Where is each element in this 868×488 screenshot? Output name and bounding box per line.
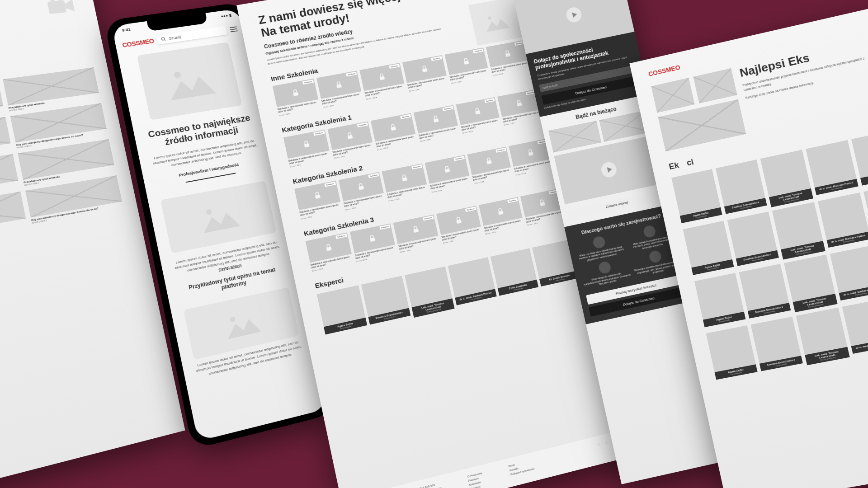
lock-icon: [431, 114, 440, 123]
expert-card[interactable]: Lek. med. Tomasz LeszczyńskiChirurg plas…: [405, 267, 454, 318]
expert-card[interactable]: Ewelina SzendzielorzKosmetolożka: [727, 211, 780, 269]
badge: Szkolenie: [400, 114, 411, 119]
expert-card[interactable]: Agata ZejferDermatolożka: [671, 169, 723, 226]
play-icon: [565, 6, 583, 23]
expert-card[interactable]: Lek. med. Tomasz LeszczyńskiChirurg plas…: [796, 308, 849, 366]
badge: Szkolenie: [431, 56, 442, 61]
footer: COSSMEO +48 345 678 903 cossmeo@urody.co…: [341, 427, 640, 488]
expert-card[interactable]: Ewelina SzendzielorzKosmetolożka: [751, 316, 804, 374]
expert-card[interactable]: Zofia JasińskaTrycholożka: [491, 248, 539, 298]
course-card[interactable]: SzkolenieSzkolenie z zastosowania lorem …: [414, 105, 460, 142]
course-card[interactable]: SzkolenieSzkolenie z zastosowania lorem …: [349, 223, 397, 263]
lock-icon: [454, 215, 463, 225]
badge: Szkolenie: [389, 64, 400, 69]
lock-icon: [334, 80, 344, 89]
expert-card[interactable]: Ewelina SzendzielorzKosmetolożka: [739, 264, 792, 321]
course-card[interactable]: SzkolenieSzkolenie z zastosowania lorem …: [371, 113, 418, 151]
expert-card[interactable]: Agata ZejferDermatolożka: [706, 325, 759, 382]
course-card[interactable]: SzkolenieSzkolenie z zastosowania lorem …: [327, 121, 375, 160]
expert-card[interactable]: Lek. med. Tomasz LeszczyńskiChirurg plas…: [784, 255, 837, 312]
lock-icon: [388, 122, 398, 132]
badge: Szkolenie: [368, 173, 379, 178]
badge: Szkolenie: [473, 48, 483, 53]
course-card[interactable]: SzkolenieSzkolenie z zastosowania lorem …: [479, 197, 525, 235]
lock-icon: [368, 233, 377, 243]
expert-photo: [671, 169, 721, 216]
course-card[interactable]: SzkolenieSzkolenie z zastosowania lorem …: [306, 232, 354, 272]
expert-card[interactable]: Agata ZejferDermatolożka: [694, 273, 746, 330]
play-icon: [600, 160, 618, 178]
course-card[interactable]: SzkolenieSzkolenie z zastosowania lorem …: [456, 97, 502, 134]
badge: Szkolenie: [336, 233, 347, 239]
course-card[interactable]: SzkolenieSzkolenie z zastosowania lorem …: [402, 55, 448, 92]
expert-photo: [706, 325, 756, 372]
brand-logo[interactable]: COSSMEO: [122, 37, 155, 48]
course-card[interactable]: SzkolenieSzkolenie z zastosowania lorem …: [283, 129, 331, 168]
expert-card[interactable]: dr n. med. Barbara PytrusDermatolożka: [830, 245, 868, 303]
lock-icon: [514, 99, 524, 108]
svg-point-8: [173, 71, 181, 78]
feature-icon: [648, 250, 662, 264]
course-card[interactable]: SzkolenieSzkolenie z zastosowania lorem …: [294, 181, 342, 220]
course-card[interactable]: SzkolenieSzkolenie z zastosowania lorem …: [444, 47, 490, 84]
badge: Szkolenie: [465, 206, 476, 211]
menu-icon[interactable]: [230, 26, 238, 32]
lock-icon: [411, 224, 420, 234]
hero-thumb: [651, 78, 694, 113]
expert-card[interactable]: Ewelina SzendzielorzKosmetolożka: [361, 276, 411, 327]
svg-line-5: [230, 27, 237, 28]
hero-image: [137, 42, 242, 120]
course-card[interactable]: SzkolenieSzkolenie z zastosowania lorem …: [339, 172, 386, 211]
svg-point-11: [487, 16, 491, 20]
expert-card[interactable]: Lek. med. Tomasz LeszczyńskiChirurg plas…: [772, 202, 825, 259]
course-card[interactable]: SzkolenieSzkolenie z zastosowania lorem …: [467, 146, 513, 184]
article-thumb[interactable]: [0, 117, 11, 158]
svg-rect-0: [47, 0, 67, 14]
feature-icon: [642, 225, 656, 239]
svg-line-7: [231, 31, 238, 32]
expert-card[interactable]: dr n. med. Barbara PytrusDermatolożka: [817, 192, 868, 250]
lock-icon: [538, 198, 547, 207]
badge: Szkolenie: [423, 216, 434, 221]
expert-photo: [784, 255, 835, 302]
search-icon: [160, 37, 166, 42]
article-thumb[interactable]: [0, 80, 3, 120]
course-card[interactable]: SzkolenieSzkolenie z zastosowania lorem …: [316, 70, 363, 108]
course-card[interactable]: SzkolenieSzkolenie z zastosowania lorem …: [393, 214, 440, 253]
lock-icon: [462, 57, 471, 66]
lock-icon: [302, 139, 311, 149]
svg-line-4: [165, 39, 166, 40]
lock-icon: [291, 88, 301, 98]
course-card[interactable]: SzkolenieSzkolenie z zastosowania lorem …: [273, 79, 321, 117]
feature-icon: [592, 235, 606, 249]
lock-icon: [496, 206, 505, 216]
svg-line-6: [230, 28, 237, 29]
expert-photo: [739, 264, 789, 311]
course-card[interactable]: SzkolenieSzkolenie z zastosowania lorem …: [359, 63, 406, 100]
badge: Szkolenie: [357, 122, 368, 127]
lock-icon: [526, 148, 535, 157]
expert-photo: [842, 299, 868, 346]
expert-card[interactable]: Agata ZejferDermatolożka: [317, 285, 368, 337]
lock-icon: [503, 49, 513, 58]
expert-card[interactable]: dr n. med. Barbara PytrusDermatolożka: [806, 140, 859, 198]
course-card[interactable]: SzkolenieSzkolenie z zastosowania lorem …: [425, 155, 472, 193]
lock-icon: [312, 191, 322, 200]
expert-card[interactable]: dr n. med. Barbara PytrusDermatolożka: [448, 257, 497, 308]
lock-icon: [484, 156, 494, 166]
expert-card[interactable]: Ewelina SzendzielorzKosmetolożka: [716, 160, 768, 216]
course-card[interactable]: SzkolenieSzkolenie z zastosowania lorem …: [436, 206, 483, 244]
article-thumb[interactable]: [0, 154, 18, 197]
badge: Szkolenie: [313, 131, 325, 136]
feature-icon: [598, 261, 612, 275]
status-time: 9:41: [122, 27, 131, 33]
expert-photo: [772, 202, 823, 249]
expert-card[interactable]: Agata ZejferDermatolożka: [683, 221, 734, 278]
badge: Szkolenie: [454, 156, 465, 161]
course-card[interactable]: SzkolenieSzkolenie z zastosowania lorem …: [382, 164, 429, 202]
lock-icon: [356, 182, 366, 191]
badge: Szkolenie: [379, 224, 390, 230]
lock-icon: [420, 65, 429, 74]
lock-icon: [400, 173, 409, 183]
expert-card[interactable]: Lek. med. Tomasz LeszczyńskiChirurg plas…: [760, 150, 813, 207]
